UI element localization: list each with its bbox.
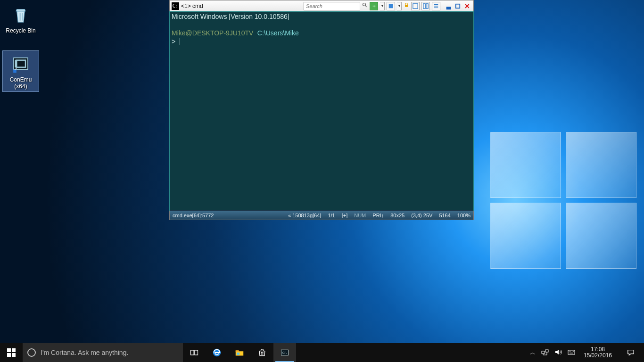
action-center-button[interactable] [620,349,641,356]
tray-keyboard-icon[interactable] [568,348,575,357]
terminal-cursor [180,38,180,45]
svg-rect-28 [262,352,263,353]
svg-rect-17 [456,4,460,8]
svg-rect-27 [261,352,262,353]
svg-rect-19 [12,348,16,352]
lock-icon[interactable] [404,2,409,9]
desktop-icon-conemu[interactable]: ConEmu (x64) [3,51,39,91]
status-mem: 5164 [439,213,450,218]
conemu-window: C: <1> cmd ＋ ▾ ▾ ▃ ✕ [169,0,474,220]
cortana-placeholder: I'm Cortana. Ask me anything. [41,349,128,356]
svg-rect-11 [413,3,418,8]
new-tab-button[interactable]: ＋ [370,2,378,10]
layout-split-button[interactable] [421,2,430,10]
terminal-prompt: > [172,38,175,45]
titlebar-search-input[interactable] [304,2,360,10]
svg-point-7 [363,3,366,6]
app-icon: C: [172,2,179,10]
svg-rect-12 [423,3,425,8]
terminal-path: C:\Users\Mike [257,29,299,37]
svg-rect-20 [7,353,11,357]
svg-rect-34 [545,350,548,352]
tray-volume-icon[interactable] [554,348,562,357]
svg-rect-10 [405,5,408,7]
taskbar: I'm Cortana. Ask me anything. C:\ ︿ 17:0… [0,343,644,362]
svg-rect-6 [13,70,17,73]
close-button[interactable]: ✕ [463,2,471,10]
status-zoom: 100% [457,213,471,218]
status-num: NUM [354,213,366,218]
window-controls: ▃ ✕ [444,2,471,10]
svg-rect-18 [7,348,11,352]
layout-single-button[interactable] [411,2,420,10]
status-size: 80x25 [390,213,405,218]
svg-rect-38 [568,350,575,354]
desktop-icon-recycle-bin[interactable]: Recycle Bin [3,2,39,36]
svg-rect-25 [236,350,239,352]
taskbar-app-explorer[interactable] [228,343,251,362]
status-plus[interactable]: [+] [342,213,348,218]
status-build: « 150813g[64] [288,213,321,218]
start-button[interactable] [0,343,23,362]
svg-rect-22 [191,350,194,355]
desktop-icon-label: ConEmu (x64) [4,76,38,90]
wallpaper-pane [566,132,636,198]
search-icon[interactable] [362,2,368,9]
window-mode-button[interactable] [387,2,395,10]
svg-rect-30 [262,354,263,354]
status-bar: cmd.exe[64]:5772 « 150813g[64] 1/1 [+] N… [170,210,473,220]
layout-list-button[interactable] [432,2,440,10]
desktop-icon-label: Recycle Bin [4,27,38,34]
svg-rect-33 [542,351,545,354]
system-tray: ︿ 17:08 15/02/2016 [527,343,644,362]
minimize-button[interactable]: ▃ [444,2,453,10]
svg-rect-21 [12,353,16,357]
tray-clock[interactable]: 17:08 15/02/2016 [581,346,615,359]
status-process: cmd.exe[64]:5772 [173,213,214,218]
clock-date: 15/02/2016 [584,353,612,359]
svg-rect-23 [195,350,198,355]
status-pri: PRI↕ [372,213,384,218]
svg-rect-9 [389,4,393,8]
tray-network-icon[interactable] [541,348,549,357]
recycle-bin-icon [9,4,32,26]
terminal-userhost: Mike@DESKTOP-9JU10TV [172,29,253,37]
wallpaper-pane [490,203,561,269]
conemu-icon [9,53,32,75]
taskbar-app-edge[interactable] [206,343,228,362]
wallpaper-pane [566,203,636,269]
status-tabs: 1/1 [328,213,335,218]
maximize-button[interactable] [454,2,462,10]
window-mode-dropdown[interactable]: ▾ [397,2,402,10]
taskbar-app-conemu[interactable]: C:\ [273,343,296,362]
svg-rect-26 [237,353,240,355]
svg-line-8 [365,6,367,7]
cortana-search[interactable]: I'm Cortana. Ask me anything. [23,343,183,362]
tray-overflow-button[interactable]: ︿ [530,349,536,357]
status-cursor: (3,4) 25V [411,213,432,218]
svg-rect-13 [426,3,428,8]
wallpaper-pane [490,132,561,198]
titlebar[interactable]: C: <1> cmd ＋ ▾ ▾ ▃ ✕ [170,0,473,12]
terminal-area[interactable]: Microsoft Windows [Version 10.0.10586] M… [170,12,473,210]
task-view-button[interactable] [183,343,206,362]
terminal-line: Microsoft Windows [Version 10.0.10586] [172,13,289,20]
cortana-icon [27,348,36,357]
taskbar-app-store[interactable] [251,343,273,362]
window-title: <1> cmd [181,3,203,9]
svg-text:C:\: C:\ [282,351,287,354]
new-tab-dropdown[interactable]: ▾ [380,2,385,10]
svg-rect-29 [261,354,262,354]
